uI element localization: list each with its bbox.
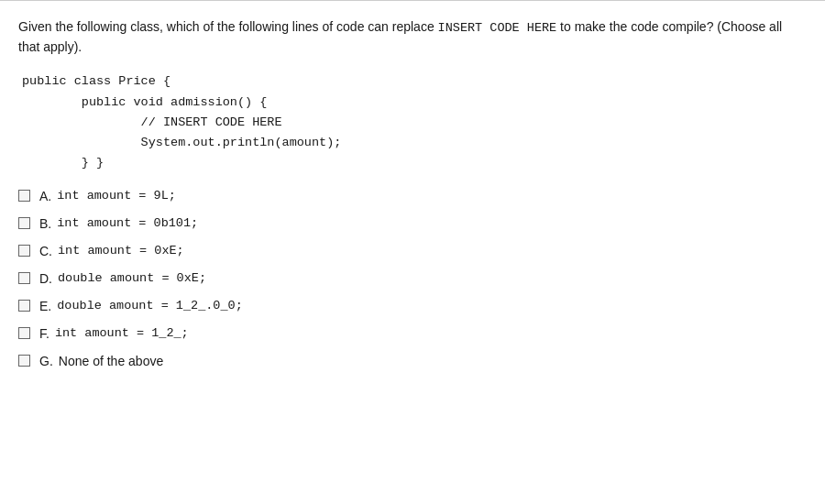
code-line-2: public void admission() {	[22, 93, 807, 113]
option-code-d: double amount = 0xE;	[58, 271, 206, 285]
option-label-a: A.	[39, 189, 51, 203]
option-code-c: int amount = 0xE;	[58, 244, 184, 257]
checkbox-a[interactable]	[18, 190, 30, 202]
question-text: Given the following class, which of the …	[18, 17, 807, 57]
code-line-1: public class Price {	[22, 71, 807, 92]
option-label-f: F.	[39, 326, 50, 341]
option-code-f: int amount = 1_2_;	[55, 326, 189, 340]
option-a[interactable]: A. int amount = 9L;	[18, 187, 807, 205]
checkbox-c[interactable]	[18, 245, 30, 257]
option-c[interactable]: C. int amount = 0xE;	[18, 242, 807, 260]
option-label-g: G.	[39, 354, 53, 368]
option-label-d: D.	[39, 271, 52, 286]
option-b[interactable]: B. int amount = 0b101;	[18, 214, 807, 233]
option-d[interactable]: D. double amount = 0xE;	[18, 269, 807, 288]
option-code-b: int amount = 0b101;	[57, 216, 198, 230]
checkbox-g[interactable]	[18, 355, 30, 367]
code-block: public class Price { public void admissi…	[22, 71, 807, 173]
page-container: Given the following class, which of the …	[0, 0, 825, 504]
option-g[interactable]: G. None of the above	[18, 352, 807, 370]
option-e[interactable]: E. double amount = 1_2_.0_0;	[18, 297, 807, 315]
question-inline-code: INSERT CODE HERE	[438, 21, 557, 35]
options-list: A. int amount = 9L; B. int amount = 0b10…	[18, 187, 807, 370]
code-line-3: // INSERT CODE HERE	[22, 113, 807, 133]
checkbox-d[interactable]	[18, 272, 30, 284]
question-block: Given the following class, which of the …	[0, 1, 825, 398]
checkbox-b[interactable]	[18, 217, 30, 229]
option-code-e: double amount = 1_2_.0_0;	[57, 299, 243, 312]
code-line-5: } }	[22, 153, 807, 173]
option-code-a: int amount = 9L;	[57, 189, 176, 203]
question-text-before: Given the following class, which of the …	[18, 19, 438, 34]
checkbox-f[interactable]	[18, 327, 30, 339]
option-label-c: C.	[39, 244, 52, 258]
option-f[interactable]: F. int amount = 1_2_;	[18, 324, 807, 343]
option-text-g: None of the above	[59, 354, 163, 368]
option-label-b: B.	[39, 216, 51, 231]
code-line-4: System.out.println(amount);	[22, 133, 807, 153]
checkbox-e[interactable]	[18, 300, 30, 312]
option-label-e: E.	[39, 299, 51, 313]
